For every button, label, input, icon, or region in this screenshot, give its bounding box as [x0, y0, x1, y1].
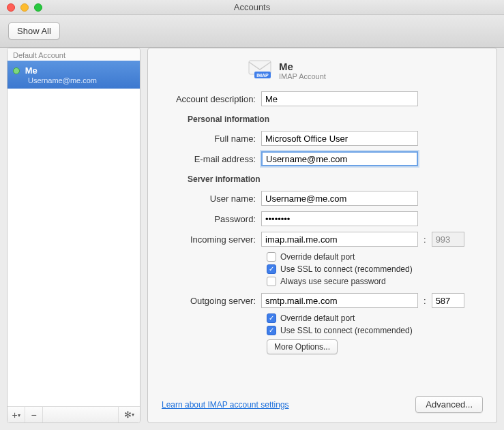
outgoing-server-input[interactable] — [261, 293, 418, 308]
account-name: Me — [25, 65, 38, 76]
gear-icon: ✻▾ — [124, 410, 134, 420]
advanced-button[interactable]: Advanced... — [415, 396, 483, 413]
plus-icon: +▾ — [12, 410, 20, 420]
label-user-name: User name: — [159, 194, 261, 204]
account-list-item[interactable]: Me Username@me.com — [8, 61, 140, 89]
label-password: Password: — [159, 214, 261, 224]
label-account-description: Account description: — [159, 94, 261, 104]
password-input[interactable] — [261, 211, 418, 226]
user-name-input[interactable] — [261, 191, 418, 206]
sidebar-header: Default Account — [8, 48, 140, 61]
label-incoming: Incoming server: — [159, 234, 261, 245]
show-all-button[interactable]: Show All — [8, 22, 60, 40]
detail-header: IMAP Me IMAP Account — [159, 59, 483, 82]
sidebar-footer: +▾ − ✻▾ — [8, 406, 140, 423]
account-detail-panel: IMAP Me IMAP Account Account description… — [147, 48, 497, 423]
remove-account-button[interactable]: − — [25, 407, 43, 423]
incoming-secure-password-checkbox[interactable] — [267, 277, 276, 286]
outgoing-override-port-checkbox[interactable] — [267, 313, 276, 323]
outgoing-use-ssl-label: Use SSL to connect (recommended) — [280, 326, 413, 335]
close-icon[interactable] — [7, 3, 15, 12]
label-email: E-mail address: — [159, 154, 261, 164]
accounts-window: Accounts Show All Default Account Me Use… — [0, 0, 504, 430]
sidebar-settings-button[interactable]: ✻▾ — [118, 407, 140, 423]
minus-icon: − — [31, 410, 36, 420]
section-personal-info: Personal information — [188, 114, 483, 124]
incoming-override-port-checkbox[interactable] — [267, 252, 276, 262]
learn-imap-link[interactable]: Learn about IMAP account settings — [162, 400, 289, 410]
full-name-input[interactable] — [261, 131, 418, 146]
detail-subtitle: IMAP Account — [279, 72, 326, 80]
account-email: Username@me.com — [13, 76, 134, 85]
more-options-button[interactable]: More Options... — [267, 339, 338, 354]
minimize-icon[interactable] — [20, 3, 29, 12]
svg-text:IMAP: IMAP — [256, 73, 269, 78]
mail-imap-icon: IMAP — [248, 59, 272, 82]
section-server-info: Server information — [188, 174, 483, 184]
status-dot-icon — [13, 67, 20, 74]
incoming-override-port-label: Override default port — [280, 252, 355, 262]
incoming-use-ssl-label: Use SSL to connect (recommended) — [280, 264, 413, 274]
toolbar: Show All — [0, 15, 504, 48]
label-outgoing: Outgoing server: — [159, 296, 261, 306]
outgoing-port-colon: : — [424, 296, 426, 306]
incoming-server-input[interactable] — [261, 232, 418, 247]
account-description-input[interactable] — [261, 91, 418, 106]
incoming-port-colon: : — [424, 234, 426, 245]
email-input[interactable] — [261, 151, 418, 166]
traffic-lights — [0, 3, 42, 12]
outgoing-override-port-label: Override default port — [280, 313, 355, 323]
titlebar: Accounts — [0, 0, 504, 15]
outgoing-port-input[interactable] — [432, 293, 464, 308]
incoming-port-input[interactable] — [432, 232, 464, 247]
detail-title: Me — [279, 61, 326, 72]
label-full-name: Full name: — [159, 134, 261, 144]
add-account-button[interactable]: +▾ — [8, 407, 25, 423]
accounts-sidebar: Default Account Me Username@me.com +▾ − … — [7, 48, 140, 423]
incoming-use-ssl-checkbox[interactable] — [267, 264, 276, 274]
window-title: Accounts — [0, 2, 504, 12]
sidebar-spacer — [8, 89, 140, 406]
incoming-secure-password-label: Always use secure password — [280, 277, 386, 286]
zoom-icon[interactable] — [34, 3, 42, 12]
outgoing-use-ssl-checkbox[interactable] — [267, 326, 276, 335]
